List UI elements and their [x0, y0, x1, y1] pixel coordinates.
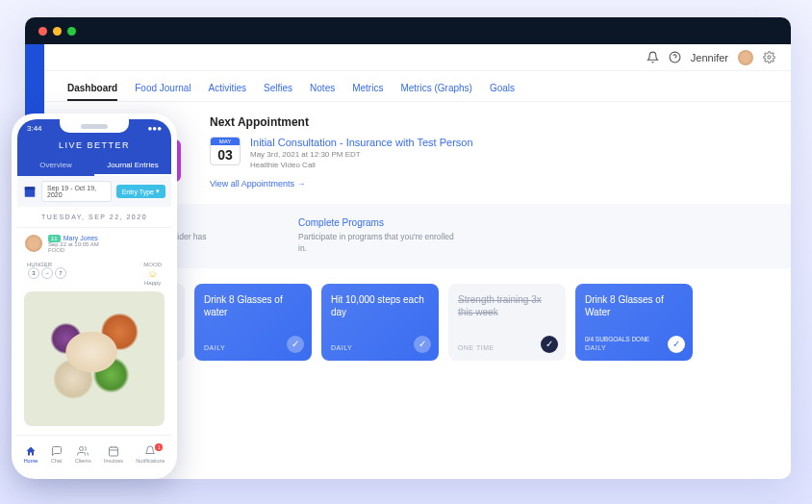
user-name[interactable]: Jennifer	[691, 52, 728, 63]
phone-notch	[60, 119, 129, 133]
tab-activities[interactable]: Activities	[209, 77, 246, 101]
section-programs-body: Participate in programs that you're enro…	[298, 232, 462, 255]
avatar[interactable]	[738, 50, 753, 65]
svg-point-6	[80, 447, 84, 451]
browser-titlebar	[25, 17, 791, 44]
nav-notifications[interactable]: 1Notifications	[136, 445, 165, 464]
smile-icon: ☺	[148, 268, 158, 279]
nav-home[interactable]: Home	[24, 445, 38, 464]
goal-card[interactable]: Hit 10,000 steps each day DAILY ✓	[321, 284, 439, 361]
day-header: TUESDAY, SEP 22, 2020	[17, 207, 171, 228]
tab-metrics-graphs[interactable]: Metrics (Graphs)	[400, 77, 471, 101]
phone-tab-journal[interactable]: Journal Entries	[94, 156, 171, 176]
signal-icon: ●●●	[148, 124, 163, 133]
svg-point-1	[768, 56, 771, 59]
nav-invoices[interactable]: Invoices	[104, 445, 123, 464]
tab-goals[interactable]: Goals	[490, 77, 515, 101]
nav-chat[interactable]: Chat	[51, 445, 63, 464]
svg-rect-7	[110, 447, 118, 456]
phone-bottom-nav: Home Chat Clients Invoices 1Notification…	[17, 435, 171, 473]
tab-dashboard[interactable]: Dashboard	[67, 77, 117, 101]
entry-avatar	[25, 235, 42, 252]
goal-card[interactable]: Drink 8 Glasses of Water 0/4 SUBGOALS DO…	[575, 284, 693, 361]
appointment-name[interactable]: Initial Consultation - Insurance with Te…	[250, 137, 473, 148]
check-icon[interactable]: ✓	[541, 336, 558, 353]
check-icon[interactable]: ✓	[668, 336, 685, 353]
entry-type-button[interactable]: Entry Type ▾	[116, 185, 165, 198]
tab-metrics[interactable]: Metrics	[352, 77, 383, 101]
close-dot[interactable]	[38, 27, 47, 36]
help-icon[interactable]	[669, 51, 681, 63]
nav-clients[interactable]: Clients	[75, 445, 91, 464]
phone-mockup: 3:44 ●●● LIVE BETTER Overview Journal En…	[12, 113, 177, 479]
appointment-date: MAY 03	[210, 137, 241, 165]
tab-notes[interactable]: Notes	[310, 77, 335, 101]
journal-entry[interactable]: 11Mary Jones Sep 22 at 10:05 AM FOOD	[17, 228, 171, 260]
date-range-input[interactable]: Sep 19 - Oct 19, 2020	[41, 181, 112, 202]
bell-icon[interactable]	[647, 51, 659, 63]
section-programs-title[interactable]: Complete Programs	[298, 217, 462, 228]
phone-app-title: LIVE BETTER	[17, 137, 171, 156]
appointment-type: Healthie Video Call	[250, 161, 473, 169]
appointment-when: May 3rd, 2021 at 12:30 PM EDT	[250, 150, 473, 159]
nav-tabs: Dashboard Food Journal Activities Selfie…	[44, 71, 791, 102]
maximize-dot[interactable]	[67, 27, 76, 36]
tab-selfies[interactable]: Selfies	[264, 77, 292, 101]
hunger-scale: 3→7	[27, 267, 67, 279]
check-icon[interactable]: ✓	[287, 336, 304, 353]
check-icon[interactable]: ✓	[414, 336, 431, 353]
food-photo[interactable]	[24, 291, 165, 426]
goal-card[interactable]: Strength training 3x this week ONE TIME …	[448, 284, 566, 361]
goal-card[interactable]: Drink 8 Glasses of water DAILY ✓	[194, 284, 312, 361]
tab-food-journal[interactable]: Food Journal	[135, 77, 190, 101]
calendar-icon[interactable]	[23, 185, 37, 198]
gear-icon[interactable]	[763, 51, 775, 63]
phone-tab-overview[interactable]: Overview	[17, 156, 94, 176]
view-all-appointments-link[interactable]: View all Appointments →	[210, 179, 305, 189]
next-appointment-heading: Next Appointment	[210, 115, 768, 129]
svg-rect-5	[25, 187, 36, 189]
minimize-dot[interactable]	[53, 27, 62, 36]
